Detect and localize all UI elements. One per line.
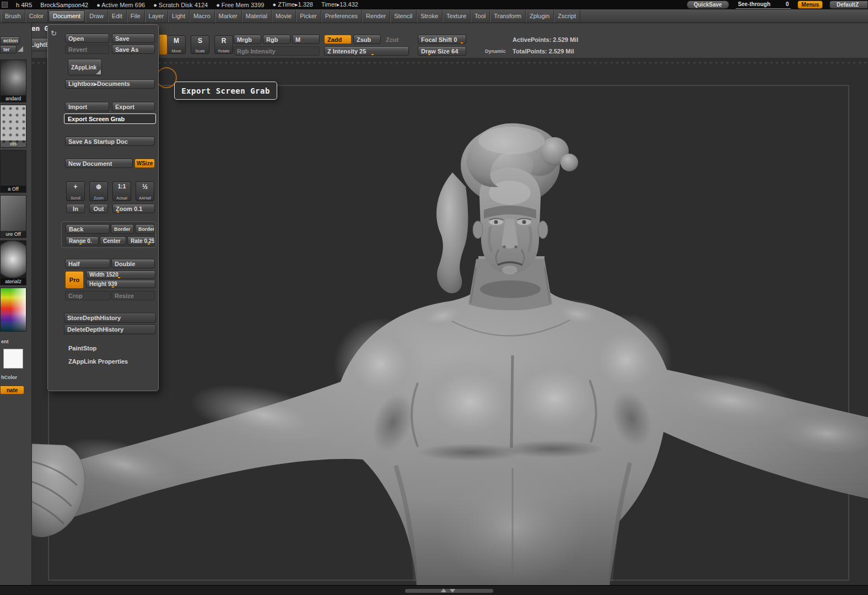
revert-button[interactable]: Revert <box>65 45 109 54</box>
m-button[interactable]: M <box>292 35 320 44</box>
draw-size-slider[interactable]: Draw Size 64 <box>418 46 466 56</box>
menu-brush[interactable]: Brush <box>1 10 25 23</box>
rate-marker[interactable] <box>147 243 150 245</box>
zsub-button[interactable]: Zsub <box>353 35 381 44</box>
zapplink-button[interactable]: ZAppLink <box>68 59 102 75</box>
default-zscript-button[interactable]: DefaultZ <box>829 1 868 9</box>
menu-preferences[interactable]: Preferences <box>321 10 362 23</box>
double-button[interactable]: Double <box>111 259 155 268</box>
dynamic-toggle[interactable]: Dynamic <box>485 48 506 54</box>
width-marker[interactable] <box>117 277 121 279</box>
canvas-scrollbar[interactable] <box>0 585 868 595</box>
zoom-in-button[interactable]: In <box>66 204 85 213</box>
focal-shift-marker[interactable] <box>460 42 463 44</box>
export-button[interactable]: Export <box>112 102 155 111</box>
aahalf-button[interactable]: ½ AAHalf <box>136 181 154 201</box>
current-material-thumbnail[interactable]: aterial2 <box>0 240 26 285</box>
menu-edit[interactable]: Edit <box>108 10 127 23</box>
zcut-button[interactable]: Zcut <box>386 36 398 43</box>
zapplink-properties-item[interactable]: ZAppLink Properties <box>68 358 128 365</box>
zoom-doc-button[interactable]: ⊕ Zoom <box>89 181 108 201</box>
save-button[interactable]: Save <box>112 34 155 43</box>
menu-document[interactable]: Document <box>48 10 85 22</box>
half-button[interactable]: Half <box>65 259 110 268</box>
z-intensity-marker[interactable] <box>371 53 374 56</box>
wsize-button[interactable]: WSize <box>134 159 155 168</box>
menu-zscript[interactable]: Zscript <box>554 10 580 23</box>
zoom-factor-marker[interactable] <box>116 211 120 213</box>
paintstop-item[interactable]: PaintStop <box>68 345 96 351</box>
color-picker[interactable] <box>0 288 26 332</box>
scroll-up-icon[interactable] <box>441 588 446 592</box>
menu-texture[interactable]: Texture <box>443 10 471 23</box>
menu-file[interactable]: File <box>127 10 145 23</box>
back-button[interactable]: Back <box>66 224 110 234</box>
store-depth-history-button[interactable]: StoreDepthHistory <box>64 313 156 323</box>
range-slider[interactable]: Range 0. <box>66 236 99 245</box>
center-button[interactable]: Center <box>100 236 126 245</box>
alternate-button[interactable]: nate <box>0 386 24 394</box>
current-stroke-thumbnail[interactable]: ots <box>0 105 26 148</box>
focal-shift-slider[interactable]: Focal Shift 0 <box>418 35 466 44</box>
current-brush-thumbnail[interactable]: andard <box>0 60 26 102</box>
draw-pointer-icon[interactable] <box>159 34 168 55</box>
menu-macro[interactable]: Macro <box>190 10 215 23</box>
menu-render[interactable]: Render <box>362 10 390 23</box>
zoom-factor-slider[interactable]: Zoom 0.1 <box>112 204 155 213</box>
menu-draw[interactable]: Draw <box>85 10 108 23</box>
menu-tool[interactable]: Tool <box>471 10 490 23</box>
refresh-icon[interactable]: ↻ <box>51 29 57 37</box>
menu-light[interactable]: Light <box>168 10 190 23</box>
menu-zplugin[interactable]: Zplugin <box>526 10 554 23</box>
border2-button[interactable]: Border2 <box>135 224 155 234</box>
quicksave-button[interactable]: QuickSave <box>687 1 729 9</box>
mrgb-button[interactable]: Mrgb <box>234 35 261 44</box>
resize-button[interactable]: Resize <box>111 291 155 300</box>
z-intensity-slider[interactable]: Z Intensity 25 <box>324 46 409 56</box>
menu-layer[interactable]: Layer <box>145 10 169 23</box>
current-alpha-thumbnail[interactable]: a Off <box>0 150 26 193</box>
menu-movie[interactable]: Movie <box>272 10 296 23</box>
rgb-intensity-slider[interactable]: Rgb Intensity <box>234 46 320 56</box>
scroll-down-icon[interactable] <box>450 589 455 593</box>
scale-tool-button[interactable]: S Scale <box>191 35 209 54</box>
pro-toggle-button[interactable]: Pro <box>65 271 84 289</box>
save-as-startup-doc-button[interactable]: Save As Startup Doc <box>65 137 155 146</box>
gradient-toggle-label[interactable]: ent <box>1 339 9 344</box>
menu-picker[interactable]: Picker <box>296 10 321 23</box>
see-through-slider[interactable]: See-through 0 <box>736 1 791 9</box>
lightbox-documents-button[interactable]: Lightbox▸Documents <box>65 79 155 89</box>
open-button[interactable]: Open <box>65 34 109 43</box>
menu-color[interactable]: Color <box>25 10 48 23</box>
zadd-button[interactable]: Zadd <box>324 35 352 44</box>
main-color-swatch[interactable] <box>3 349 23 369</box>
width-slider[interactable]: Width 1520 <box>86 271 155 279</box>
border-button[interactable]: Border <box>111 224 134 234</box>
current-texture-thumbnail[interactable]: ure Off <box>0 195 26 238</box>
menus-toggle-button[interactable]: Menus <box>797 1 823 9</box>
rgb-button[interactable]: Rgb <box>263 35 290 44</box>
delete-depth-history-button[interactable]: DeleteDepthHistory <box>64 324 156 334</box>
export-screen-grab-button[interactable]: Export Screen Grab <box>64 113 156 124</box>
menu-marker[interactable]: Marker <box>215 10 242 23</box>
height-slider[interactable]: Height 939 <box>86 280 155 288</box>
menu-material[interactable]: Material <box>242 10 272 23</box>
actual-size-button[interactable]: 1:1 Actual <box>112 181 131 201</box>
height-marker[interactable] <box>111 286 115 288</box>
selection-tool-button-top[interactable]: ection <box>0 36 20 45</box>
scroll-doc-button[interactable]: + Scroll <box>66 181 85 201</box>
menu-stencil[interactable]: Stencil <box>390 10 417 23</box>
selection-tool-button-bottom[interactable]: ter <box>0 45 17 53</box>
rotate-tool-button[interactable]: R Rotate <box>214 35 233 54</box>
scrollbar-thumb[interactable] <box>405 589 493 593</box>
save-as-button[interactable]: Save As <box>112 45 155 54</box>
move-tool-button[interactable]: M Move <box>167 35 186 54</box>
import-button[interactable]: Import <box>65 102 109 111</box>
range-marker[interactable] <box>79 243 82 245</box>
new-document-button[interactable]: New Document <box>65 159 133 168</box>
switch-color-label[interactable]: hColor <box>1 375 17 380</box>
crop-button[interactable]: Crop <box>65 291 110 300</box>
menu-stroke[interactable]: Stroke <box>417 10 443 23</box>
rate-slider[interactable]: Rate 0.25 <box>127 236 155 245</box>
draw-size-marker[interactable] <box>428 53 431 56</box>
